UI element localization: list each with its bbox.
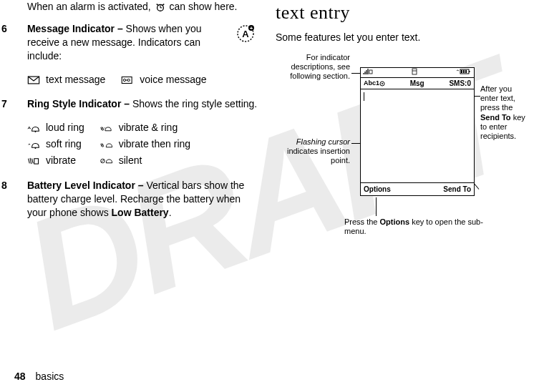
svg-rect-25	[465, 70, 467, 73]
item-6-title: Message Indicator –	[27, 23, 126, 34]
soft-ring-label: soft ring	[46, 136, 90, 152]
svg-point-11	[124, 79, 126, 81]
signal-icon	[363, 68, 373, 78]
text-cursor-icon	[364, 92, 364, 101]
new-message-indicator-icon: A+	[236, 24, 256, 44]
svg-text:A: A	[242, 29, 249, 39]
silent-label: silent	[119, 152, 196, 169]
soft-ring-icon	[27, 140, 40, 150]
callout-line	[351, 143, 360, 144]
callout-sendto: After you enter text, press the Send To …	[480, 84, 528, 141]
vibrate-and-ring-icon	[100, 124, 113, 134]
battery-icon	[456, 68, 472, 78]
svg-rect-26	[469, 71, 470, 72]
right-column: text entry Some features let you enter t…	[267, 0, 520, 358]
vibrate-then-ring-icon	[100, 140, 113, 150]
vibrate-then-ring-label: vibrate then ring	[119, 136, 196, 152]
svg-line-4	[162, 4, 164, 6]
left-column: When an alarm is activated, can show her…	[14, 0, 267, 358]
item-7-number: 7	[14, 97, 24, 111]
svg-point-28	[382, 83, 383, 84]
phone-screen-diagram: For indicator descriptions, see followin…	[276, 53, 505, 268]
text-message-label: text message	[46, 72, 111, 88]
loud-ring-label: loud ring	[46, 119, 90, 136]
softkey-bar: Options Send To	[361, 182, 474, 195]
item-7-title: Ring Style Indicator –	[27, 98, 132, 109]
item-6: A+ 6 Message Indicator – Shows when you …	[14, 22, 258, 63]
svg-rect-23	[461, 70, 462, 73]
gprs-icon	[412, 68, 417, 78]
vibrate-and-ring-label: vibrate & ring	[119, 119, 196, 136]
svg-point-15	[34, 147, 36, 149]
callout-sendto-bold: Send To	[480, 113, 511, 122]
callout-line	[376, 197, 377, 216]
page-footer: 48basics	[14, 371, 64, 382]
callout-cursor: Flashing cursor indicates insertion poin…	[276, 137, 350, 166]
svg-point-14	[34, 131, 36, 132]
callout-cursor-rest: indicates insertion point.	[287, 147, 350, 165]
callout-sendto-pre: After you enter text, press the	[480, 84, 515, 112]
ring-style-icon-list: loud ring vibrate & ring soft ring vibra…	[27, 119, 196, 169]
phone-screen: Abc1 Msg SMS:0 Options Send To	[360, 67, 475, 196]
section-name: basics	[36, 371, 64, 382]
callout-cursor-italic: Flashing cursor	[296, 137, 350, 146]
item-7-body: Shows the ring style setting.	[132, 98, 257, 109]
page-content: When an alarm is activated, can show her…	[0, 0, 534, 358]
callout-options: Press the Options key to open the sub-me…	[344, 217, 502, 236]
callout-indicator-desc: For indicator descriptions, see followin…	[276, 53, 350, 82]
loud-ring-icon	[27, 124, 40, 134]
item-6-number: 6	[14, 22, 24, 36]
svg-rect-24	[463, 70, 465, 73]
phone-status-bar	[361, 68, 474, 78]
item-8-title: Battery Level Indicator –	[27, 180, 147, 191]
message-icon-list: text message voice message	[27, 72, 213, 88]
alarm-text-post: can show here.	[167, 1, 238, 12]
text-entry-area	[361, 89, 474, 182]
phone-title-bar: Abc1 Msg SMS:0	[361, 78, 474, 89]
item-8-number: 8	[14, 179, 24, 192]
sms-counter: SMS:0	[449, 79, 471, 89]
vibrate-label: vibrate	[46, 152, 90, 169]
voice-message-icon	[121, 75, 134, 85]
svg-line-18	[101, 160, 104, 162]
vibrate-icon	[27, 156, 40, 166]
item-8-body-post: .	[169, 207, 172, 218]
softkey-left: Options	[364, 185, 391, 195]
svg-rect-16	[34, 159, 39, 164]
callout-options-pre: Press the	[344, 217, 380, 226]
softkey-right: Send To	[443, 185, 471, 195]
item-8: 8 Battery Level Indicator – Vertical bar…	[14, 179, 258, 220]
page-number: 48	[14, 371, 26, 382]
voice-message-label: voice message	[140, 72, 212, 88]
svg-rect-19	[369, 70, 372, 74]
text-entry-heading: text entry	[276, 0, 520, 25]
svg-point-12	[127, 79, 130, 81]
alarm-text-pre: When an alarm is activated,	[27, 1, 154, 12]
text-message-icon	[27, 75, 40, 85]
silent-icon	[100, 156, 113, 166]
svg-line-3	[156, 4, 157, 6]
alarm-note: When an alarm is activated, can show her…	[14, 0, 258, 14]
item-7: 7 Ring Style Indicator – Shows the ring …	[14, 97, 258, 111]
entry-mode-indicator: Abc1	[364, 79, 385, 87]
svg-rect-20	[412, 69, 417, 74]
alarm-clock-icon	[154, 2, 167, 12]
screen-title: Msg	[410, 79, 424, 89]
text-entry-intro: Some features let you enter text.	[276, 31, 520, 44]
item-8-body-bold: Low Battery	[112, 207, 169, 218]
callout-line	[475, 96, 480, 97]
callout-options-bold: Options	[380, 217, 410, 226]
svg-text:+: +	[250, 25, 253, 31]
